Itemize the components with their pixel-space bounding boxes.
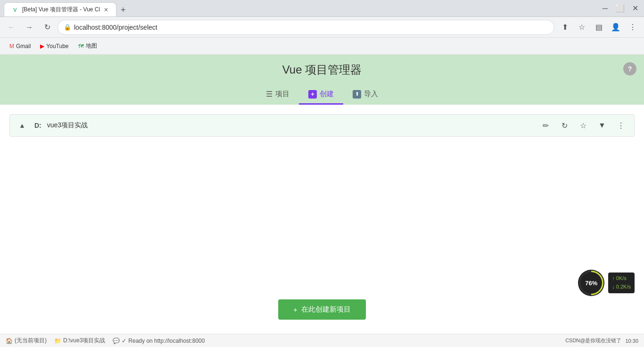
status-terminal: 💬 ✓ Ready on http://localhost:8000 (113, 338, 205, 344)
close-btn[interactable]: ✕ (630, 2, 640, 15)
status-home: 🏠 (无当前项目) (6, 337, 47, 345)
cpu-percent: 76% (585, 280, 597, 287)
terminal-icon: 💬 (113, 338, 120, 344)
projects-icon: ☰ (266, 90, 272, 99)
bookmark-gmail-label: Gmail (16, 43, 31, 50)
create-new-icon: + (293, 306, 297, 314)
status-right: CSDN@是你现在没错了 10:30 (565, 337, 638, 344)
create-new-project-button[interactable]: + 在此创建新项目 (278, 299, 366, 320)
tab-favicon: V (12, 7, 18, 13)
up-arrow-icon: ↑ (612, 275, 615, 281)
bookmark-youtube-label: YouTube (46, 43, 68, 50)
import-icon-box: ⬆ (353, 90, 361, 99)
favorite-button[interactable]: ☆ (576, 118, 591, 133)
project-row: ▲ D: vue3项目实战 ✏ ↻ ☆ ▼ ⋮ (9, 114, 635, 137)
project-path-status: D:\vue3项目实战 (63, 337, 105, 345)
tab-create-label: 创建 (320, 90, 334, 99)
tab-projects-label: 项目 (275, 90, 289, 99)
tab-import[interactable]: ⬆ 导入 (343, 85, 388, 105)
refresh-project-button[interactable]: ↻ (557, 118, 572, 133)
profile-button[interactable]: 👤 (608, 20, 623, 35)
project-path: vue3项目实战 (47, 121, 532, 130)
csdn-text: CSDN@是你现在没错了 (565, 337, 621, 344)
toolbar-right: ⬆ ☆ ▤ 👤 ⋮ (557, 20, 640, 35)
create-icon-box: + (308, 90, 317, 99)
forward-button[interactable]: → (22, 20, 37, 35)
download-speed: ↓ 0.2K/s (612, 283, 631, 291)
back-button[interactable]: ← (4, 20, 19, 35)
menu-button[interactable]: ⋮ (625, 20, 640, 35)
bookmark-button[interactable]: ☆ (574, 20, 589, 35)
address-bar[interactable]: 🔒 localhost:8000/project/select (58, 20, 554, 35)
dropdown-button[interactable]: ▼ (594, 118, 610, 133)
system-monitor: 76% ↑ 0K/s ↓ 0.2K/s (578, 270, 635, 296)
gmail-icon: M (9, 43, 14, 50)
browser-toolbar: ← → ↻ 🔒 localhost:8000/project/select ⬆ … (0, 17, 644, 38)
address-text: localhost:8000/project/select (74, 24, 157, 31)
title-bar: V [Beta] Vue 项目管理器 - Vue Cl ✕ + ─ ⬜ ✕ (0, 0, 644, 17)
bookmarks-bar: M Gmail ▶ YouTube 🗺 地图 (0, 38, 644, 55)
more-button[interactable]: ⋮ (613, 118, 628, 133)
tab-title: [Beta] Vue 项目管理器 - Vue Cl (22, 6, 100, 14)
ready-text: ✓ (122, 338, 126, 344)
row-actions: ✏ ↻ ☆ ▼ ⋮ (538, 118, 628, 133)
sidebar-button[interactable]: ▤ (591, 20, 606, 35)
main-content: ▲ D: vue3项目实战 ✏ ↻ ☆ ▼ ⋮ + 在此创建新项目 (0, 105, 644, 334)
bookmark-youtube[interactable]: ▶ YouTube (36, 41, 72, 51)
no-project-label: (无当前项目) (15, 337, 47, 345)
bookmark-maps-label: 地图 (86, 42, 97, 50)
drive-label: D: (34, 122, 41, 129)
status-bar: 🏠 (无当前项目) 📁 D:\vue3项目实战 💬 ✓ Ready on htt… (0, 334, 644, 347)
network-stats: ↑ 0K/s ↓ 0.2K/s (608, 273, 635, 293)
bookmark-maps[interactable]: 🗺 地图 (74, 40, 101, 52)
upload-speed: ↑ 0K/s (612, 274, 631, 283)
folder-icon: 📁 (54, 338, 61, 344)
app-header: Vue 项目管理器 ? ☰ 项目 + 创建 ⬆ 导入 (0, 55, 644, 105)
status-folder: 📁 D:\vue3项目实战 (54, 337, 105, 345)
new-tab-button[interactable]: + (116, 3, 130, 17)
cpu-gauge: 76% (578, 270, 604, 296)
restore-btn[interactable]: ⬜ (613, 2, 627, 15)
minimize-btn[interactable]: ─ (601, 2, 610, 15)
create-new-label: 在此创建新项目 (301, 305, 351, 314)
tab-import-label: 导入 (364, 90, 378, 99)
lock-icon: 🔒 (64, 24, 71, 31)
tab-projects[interactable]: ☰ 项目 (256, 85, 299, 105)
home-icon: 🏠 (6, 338, 13, 344)
bookmark-gmail[interactable]: M Gmail (6, 41, 34, 51)
tab-close-btn[interactable]: ✕ (104, 7, 108, 13)
youtube-icon: ▶ (40, 43, 44, 50)
browser-tab[interactable]: V [Beta] Vue 项目管理器 - Vue Cl ✕ (4, 2, 116, 17)
status-time: 10:30 (625, 338, 638, 344)
down-arrow-icon: ↓ (612, 284, 615, 289)
edit-button[interactable]: ✏ (538, 118, 553, 133)
window-controls: ─ ⬜ ✕ (601, 2, 640, 15)
tab-create[interactable]: + 创建 (299, 85, 343, 105)
ready-label: Ready on http://localhost:8000 (128, 338, 205, 344)
tab-area: V [Beta] Vue 项目管理器 - Vue Cl ✕ + (4, 0, 599, 17)
chevron-up-button[interactable]: ▲ (16, 119, 29, 132)
app-nav: ☰ 项目 + 创建 ⬆ 导入 (256, 85, 388, 105)
refresh-button[interactable]: ↻ (40, 20, 55, 35)
page-content: Vue 项目管理器 ? ☰ 项目 + 创建 ⬆ 导入 (0, 55, 644, 347)
help-button[interactable]: ? (623, 62, 636, 75)
app-title: Vue 项目管理器 (282, 62, 362, 77)
maps-icon: 🗺 (78, 43, 84, 50)
share-button[interactable]: ⬆ (557, 20, 572, 35)
